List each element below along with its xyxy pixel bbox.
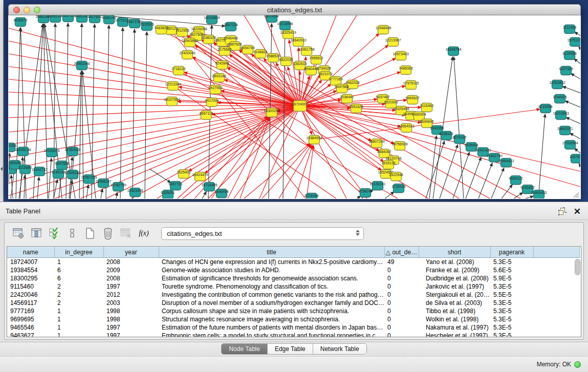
network-canvas[interactable]: 1872400718107554122133492718120224200468… — [9, 15, 580, 199]
memory-ok-icon[interactable] — [574, 361, 581, 368]
rows-icon[interactable] — [64, 226, 80, 241]
graph-edge[interactable] — [579, 164, 580, 167]
delete-table-icon[interactable] — [118, 226, 134, 241]
table-cell[interactable]: Hescheler et al. (1997) — [419, 332, 490, 338]
close-window-icon[interactable] — [13, 7, 20, 13]
table-cell[interactable]: 1 — [54, 315, 103, 323]
table-row[interactable]: 1938455462009Genome-wide association stu… — [7, 266, 579, 274]
table-chooser-dropdown[interactable]: citations_edges.txt — [161, 227, 364, 240]
column-chooser-icon[interactable] — [29, 226, 44, 241]
table-cell[interactable]: Dudbridge et al. (2008) — [419, 274, 490, 282]
table-cell[interactable]: 22420046 — [7, 291, 54, 299]
panel-expand-arrow-icon[interactable] — [1, 167, 3, 171]
table-cell[interactable]: 1998 — [103, 307, 159, 315]
column-header-out_de[interactable]: △ out_de… — [384, 247, 419, 258]
table-cell[interactable]: 9463627 — [7, 332, 54, 338]
graph-edge[interactable] — [491, 168, 504, 199]
graph-edge[interactable] — [239, 48, 520, 199]
table-cell[interactable]: 49 — [384, 258, 419, 266]
tab-edge-table[interactable]: Edge Table — [268, 344, 313, 354]
table-cell[interactable]: 6 — [54, 266, 103, 274]
table-cell[interactable]: 0 — [384, 315, 419, 323]
graph-edge[interactable] — [149, 169, 171, 183]
table-cell[interactable]: 0 — [384, 291, 419, 299]
table-cell[interactable]: Tourette syndrome. Phenomenology and cla… — [159, 282, 384, 291]
graph-edge[interactable] — [575, 148, 580, 154]
table-mode-icon[interactable] — [11, 226, 26, 241]
graph-edge[interactable] — [202, 191, 206, 199]
table-cell[interactable]: 1 — [54, 307, 103, 315]
graph-edge[interactable] — [133, 198, 133, 199]
table-cell[interactable]: 5.5E-5 — [490, 291, 533, 299]
table-cell[interactable]: 1 — [54, 332, 103, 338]
select-all-icon[interactable] — [47, 226, 62, 241]
table-cell[interactable]: 1998 — [103, 315, 159, 323]
graph-edge[interactable] — [571, 74, 580, 79]
table-cell[interactable]: 2 — [54, 299, 103, 307]
table-row[interactable]: 911546021997Tourette syndrome. Phenomeno… — [7, 282, 579, 291]
table-cell[interactable]: 2003 — [103, 299, 159, 307]
table-cell[interactable]: 2008 — [103, 274, 159, 282]
table-cell[interactable]: 0 — [384, 323, 419, 332]
table-row[interactable]: 1830029562008Estimation of significance … — [7, 274, 579, 282]
graph-edge[interactable] — [145, 32, 147, 199]
table-cell[interactable]: 5.3E-5 — [490, 323, 533, 332]
table-panel-header[interactable]: Table Panel ✕ — [0, 202, 588, 220]
table-cell[interactable]: 0 — [384, 332, 419, 338]
table-cell[interactable]: 1997 — [103, 323, 159, 332]
table-cell[interactable]: 2 — [54, 291, 103, 299]
table-cell[interactable]: 18300295 — [7, 274, 54, 282]
table-cell[interactable]: Yano et al. (2008) — [419, 258, 490, 266]
table-cell[interactable]: 0 — [384, 307, 419, 315]
graph-edge[interactable] — [9, 105, 295, 106]
table-cell[interactable]: 1 — [54, 323, 103, 332]
table-cell[interactable]: 0 — [384, 266, 419, 274]
graph-edge[interactable] — [101, 189, 102, 199]
table-row[interactable]: 946554611997Estimation of the future num… — [7, 323, 579, 332]
window-titlebar[interactable]: citations_edges.txt — [8, 4, 581, 15]
graph-edge[interactable] — [205, 108, 296, 173]
table-cell[interactable]: 1997 — [103, 332, 159, 338]
table-row[interactable]: 2242004622012Investigating the contribut… — [7, 291, 579, 299]
tab-network-table[interactable]: Network Table — [313, 344, 366, 354]
graph-edge[interactable] — [538, 114, 545, 199]
column-header-name[interactable]: name — [7, 247, 54, 258]
column-header-in_degree[interactable]: in_degree — [54, 247, 103, 258]
column-header-pagerank[interactable]: pagerank — [490, 247, 533, 258]
table-cell[interactable]: 19384554 — [7, 266, 54, 274]
column-header-year[interactable]: year — [103, 247, 159, 258]
table-row[interactable]: 977716911998Corpus callosum shape and si… — [7, 307, 579, 315]
graph-edge[interactable] — [9, 79, 295, 105]
graph-edge[interactable] — [298, 48, 300, 101]
table-scrollbar-thumb[interactable] — [575, 259, 580, 275]
graph-edge[interactable] — [133, 29, 135, 199]
table-cell[interactable]: 5.3E-5 — [490, 307, 533, 315]
minimize-window-icon[interactable] — [24, 7, 30, 13]
graph-edge[interactable] — [178, 116, 268, 199]
table-cell[interactable]: Embryonic stem cells: a model to study s… — [159, 332, 384, 338]
table-cell[interactable]: 9777169 — [7, 307, 54, 315]
graph-edge[interactable] — [502, 185, 512, 199]
table-cell[interactable]: 9465546 — [7, 323, 54, 332]
control-panel-collapsed-strip[interactable] — [0, 0, 4, 202]
network-graph[interactable]: 1872400718107554122133492718120224200468… — [9, 15, 580, 199]
table-row[interactable]: 969969511998Structural magnetic resonanc… — [7, 315, 579, 323]
table-cell[interactable]: 9699695 — [7, 315, 54, 323]
table-cell[interactable]: de Silva et al. (2003) — [419, 299, 490, 307]
graph-edge[interactable] — [240, 118, 270, 199]
graph-edge[interactable] — [565, 101, 580, 107]
table-cell[interactable]: 1997 — [103, 282, 159, 291]
table-cell[interactable]: 5.3E-5 — [490, 258, 533, 266]
table-cell[interactable]: 14569117 — [7, 299, 54, 307]
resize-grip-icon[interactable] — [571, 190, 579, 198]
table-cell[interactable]: Genome-wide association studies in ADHD. — [159, 266, 384, 274]
new-column-icon[interactable] — [82, 226, 98, 241]
table-cell[interactable]: 0 — [384, 299, 419, 307]
table-cell[interactable]: 1 — [54, 258, 103, 266]
graph-edge[interactable] — [244, 143, 310, 199]
tab-node-table[interactable]: Node Table — [222, 344, 268, 354]
table-cell[interactable]: Stergiakouli et al. (2012) — [419, 291, 490, 299]
graph-edge[interactable] — [454, 57, 464, 199]
table-cell[interactable]: 5.3E-5 — [490, 315, 533, 323]
attribute-table-wrap[interactable]: namein_degreeyeartitle△ out_de…shortpage… — [7, 246, 581, 337]
